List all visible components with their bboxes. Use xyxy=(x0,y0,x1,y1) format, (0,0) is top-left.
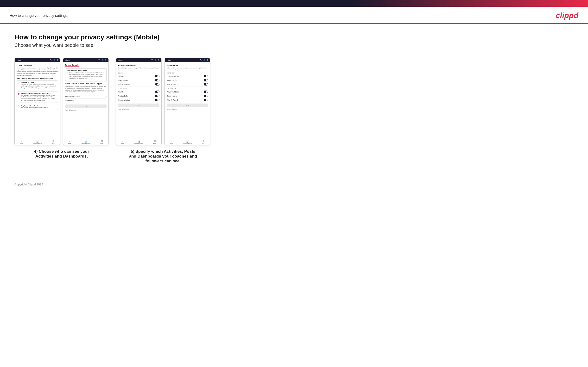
people-icon-3: 👤 xyxy=(155,59,157,61)
screen2-section-title: Show or hide specific features in Clippd xyxy=(65,82,106,84)
screen1-topbar: ‹ Back 🔍 👤 ⚙ xyxy=(15,58,60,62)
screen1-bottom-nav: ⌂ Home 📊 My Performance ☰ Menu xyxy=(15,139,60,145)
coaches-practice-row: Practice Drills xyxy=(118,78,159,82)
screen4-body: Dashboards Select the dashboards that yo… xyxy=(165,62,210,139)
screenshots-grid: ‹ Back 🔍 👤 ⚙ Privacy Controls Control ho… xyxy=(14,58,574,164)
search-icon-3: 🔍 xyxy=(151,59,153,61)
toggle-followers-manual[interactable] xyxy=(155,99,159,101)
toggle-followers-rounds[interactable] xyxy=(155,91,159,93)
popup-text: Only you and the coaches you connect wit… xyxy=(69,72,105,80)
screen3-help: Help & Support xyxy=(118,108,159,110)
screen3-bottom-nav: ⌂ Home 📊 My Performance ☰ Menu xyxy=(116,139,161,145)
toggle-coaches-practice[interactable] xyxy=(155,79,159,81)
option-everyone[interactable]: Everyone on Clippd Everyone on Clippd ca… xyxy=(17,80,58,90)
screen2-section-text: Regardless of the privacy controls that … xyxy=(65,85,106,93)
toggle-followers-round-insights[interactable] xyxy=(204,95,208,97)
toggle-coaches-player[interactable] xyxy=(204,75,208,77)
followers-label: FOLLOWERS xyxy=(118,88,159,89)
screen4-save[interactable]: Save xyxy=(167,103,208,107)
popup-box: Only You and Your Coach Only you and the… xyxy=(65,68,106,81)
toggle-coaches-manual[interactable] xyxy=(155,83,159,85)
nav-menu-4[interactable]: ☰ Menu xyxy=(202,140,205,144)
top-gradient-bar xyxy=(0,0,588,7)
screen-4: ‹ Back 🔍 👤 ⚙ Dashboards Select the dashb… xyxy=(164,58,210,145)
dashboards-followers-section: FOLLOWERS Player Dashboard Round Insight… xyxy=(167,88,208,102)
nav-performance-3[interactable]: 📊 My Performance xyxy=(134,140,143,144)
screen1-icons: 🔍 👤 ⚙ xyxy=(50,59,58,61)
home-icon-1: ⌂ xyxy=(21,140,22,143)
header: How to change your privacy settings clip… xyxy=(0,7,588,24)
screens-3-4: ‹ Back 🔍 👤 ⚙ Activities and Posts Select… xyxy=(116,58,210,145)
coaches-rounds-row: Rounds xyxy=(118,74,159,78)
settings-icon: ⚙ xyxy=(57,59,58,61)
nav-home-1[interactable]: ⌂ Home xyxy=(20,140,23,144)
chevron-activities: › xyxy=(106,95,106,98)
screen3-title: Activities and Posts xyxy=(118,64,159,66)
page-subtitle: Choose what you want people to see xyxy=(14,42,574,48)
screens-1-2: ‹ Back 🔍 👤 ⚙ Privacy Controls Control ho… xyxy=(14,58,109,145)
nav-home-3[interactable]: ⌂ Home xyxy=(121,140,124,144)
screen3-desc: Select the types of activity that you'd … xyxy=(118,67,159,71)
screen-3: ‹ Back 🔍 👤 ⚙ Activities and Posts Select… xyxy=(116,58,162,145)
option-approved[interactable]: Only Approved Followers and Your Coach O… xyxy=(17,92,58,103)
screen4-icons: 🔍 👤 ⚙ xyxy=(200,59,208,61)
screen4-back: ‹ Back xyxy=(167,59,171,61)
screen4-bottom-nav: ⌂ Home 📊 My Performance ☰ Menu xyxy=(165,139,210,145)
followers-manual-row: Manual Activities xyxy=(118,98,159,102)
chevron-dashboards: › xyxy=(106,100,106,102)
dashboards-coaches-label: COACHES xyxy=(167,72,208,74)
dashboards-followers-label: FOLLOWERS xyxy=(167,88,208,89)
radio-coach-only xyxy=(18,105,19,107)
performance-icon-1: 📊 xyxy=(36,140,39,143)
screen2-save[interactable]: Save xyxy=(65,104,106,108)
copyright: Copyright Clippd 2022 xyxy=(14,183,43,186)
menu-icon-2: ☰ xyxy=(101,140,103,143)
toggle-followers-player[interactable] xyxy=(204,91,208,93)
toggle-followers-practice[interactable] xyxy=(155,95,159,97)
option-coach-only[interactable]: Only You and Your Coach Only you and the… xyxy=(17,104,58,110)
screen2-icons: 🔍 👤 ⚙ xyxy=(98,59,106,61)
nav-performance-4[interactable]: 📊 My Performance xyxy=(183,140,192,144)
nav-menu-2[interactable]: ☰ Menu xyxy=(101,140,104,144)
nav-home-2[interactable]: ⌂ Home xyxy=(68,140,71,144)
screen1-title: Privacy Controls xyxy=(17,64,58,66)
footer: Copyright Clippd 2022 xyxy=(0,178,588,191)
option-approved-text: Only Approved Followers and Your Coach O… xyxy=(21,93,57,102)
menu-dashboards[interactable]: Dashboards › xyxy=(65,99,106,103)
screen3-back: ‹ Back xyxy=(118,59,123,61)
people-icon-2: 👤 xyxy=(102,59,104,61)
menu-activities[interactable]: Activities and Posts › xyxy=(65,94,106,99)
settings-icon-4: ⚙ xyxy=(207,59,208,61)
search-icon-4: 🔍 xyxy=(200,59,202,61)
page-title: How to change your privacy settings (Mob… xyxy=(14,33,574,41)
screen2-body: Privacy Controls Only You and Your Coach… xyxy=(63,62,108,139)
group-1: ‹ Back 🔍 👤 ⚙ Privacy Controls Control ho… xyxy=(14,58,109,159)
nav-performance-1[interactable]: 📊 My Performance xyxy=(33,140,42,144)
radio-everyone xyxy=(18,82,19,83)
caption-4: 4) Choose who can see your Activities an… xyxy=(30,149,93,159)
toggle-coaches-round-insights[interactable] xyxy=(204,79,208,81)
nav-menu-3[interactable]: ☰ Menu xyxy=(153,140,156,144)
header-title: How to change your privacy settings xyxy=(10,13,68,17)
followers-practice-row: Practice Drills xyxy=(118,94,159,98)
screen3-topbar: ‹ Back 🔍 👤 ⚙ xyxy=(116,58,161,62)
option-coach-only-text: Only You and Your Coach Only you and the… xyxy=(21,105,48,109)
nav-menu-1[interactable]: ☰ Menu xyxy=(52,140,55,144)
toggle-coaches-rounds[interactable] xyxy=(155,75,159,77)
popup-radio xyxy=(67,72,68,74)
nav-performance-2[interactable]: 📊 My Performance xyxy=(82,140,90,144)
followers-rounds-row: Rounds xyxy=(118,90,159,94)
screen1-section-label: Who Can See Your Activities and Dashboar… xyxy=(17,78,58,80)
tab-divider xyxy=(65,67,106,67)
search-icon-2: 🔍 xyxy=(98,59,101,61)
nav-home-4[interactable]: ⌂ Home xyxy=(170,140,173,144)
screen3-save[interactable]: Save xyxy=(118,103,159,107)
screen2-bottom-nav: ⌂ Home 📊 My Performance ☰ Menu xyxy=(63,139,108,145)
people-icon: 👤 xyxy=(53,59,55,61)
coaches-label: COACHES xyxy=(118,72,159,74)
search-icon: 🔍 xyxy=(50,59,52,61)
screen4-topbar: ‹ Back 🔍 👤 ⚙ xyxy=(165,58,210,62)
toggle-followers-what-to-work[interactable] xyxy=(204,99,208,101)
group-2: ‹ Back 🔍 👤 ⚙ Activities and Posts Select… xyxy=(116,58,210,164)
toggle-coaches-what-to-work[interactable] xyxy=(204,83,208,85)
